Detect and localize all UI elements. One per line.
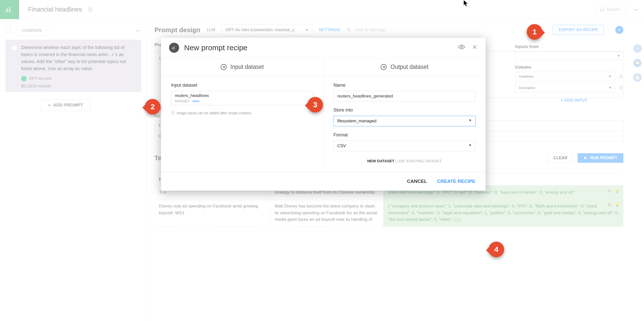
input-dataset-column: Input dataset Input dataset reuters_head… [161, 58, 323, 172]
callout-1: 1 [527, 23, 546, 41]
store-value: filesystem_managed [337, 119, 377, 124]
store-into-select[interactable]: filesystem_managed ▼ [334, 116, 476, 126]
output-name-input[interactable] [334, 91, 476, 101]
modal-title: New prompt recipe [184, 43, 451, 52]
callout-4: 4 [489, 241, 508, 258]
callout-2: 2 [145, 98, 165, 116]
format-value: CSV [337, 143, 346, 148]
input-dataset-label: Input dataset [171, 83, 313, 88]
callout-3: 3 [307, 96, 327, 114]
recipe-icon: aI [169, 43, 179, 53]
preview-icon[interactable] [458, 44, 465, 52]
input-tab-label: Input dataset [230, 64, 264, 70]
dataset-type: DATASET [175, 99, 189, 103]
input-info-text: Image inputs can be added after recipe c… [177, 111, 252, 115]
input-dataset-field[interactable]: reuters_headlines DATASET - View [171, 91, 313, 105]
chevron-down-icon: ▼ [469, 119, 472, 124]
input-dataset-value: reuters_headlines [175, 93, 309, 98]
use-existing-toggle[interactable]: USE EXISTING DATASET [397, 159, 442, 163]
chevron-down-icon: ▼ [469, 143, 472, 148]
info-icon: ⓘ [171, 111, 175, 115]
new-dataset-toggle[interactable]: NEW DATASET [367, 159, 394, 163]
create-recipe-button[interactable]: CREATE RECIPE [437, 179, 475, 184]
output-dataset-column: Output dataset Name Store into filesyste… [323, 58, 486, 172]
name-label: Name [334, 83, 476, 88]
view-link[interactable]: View [192, 99, 199, 103]
store-label: Store into [334, 108, 476, 113]
cursor-icon [463, 0, 469, 9]
format-label: Format [334, 132, 476, 138]
format-select[interactable]: CSV ▼ [334, 141, 476, 151]
new-recipe-modal: aI New prompt recipe Input dataset Input… [161, 38, 486, 191]
input-arrow-icon [220, 64, 227, 70]
cancel-button[interactable]: CANCEL [407, 179, 427, 184]
output-arrow-icon [380, 64, 387, 70]
svg-point-6 [461, 46, 463, 48]
svg-text:aI: aI [172, 46, 175, 50]
close-icon[interactable] [472, 44, 477, 51]
output-tab-label: Output dataset [390, 64, 428, 70]
